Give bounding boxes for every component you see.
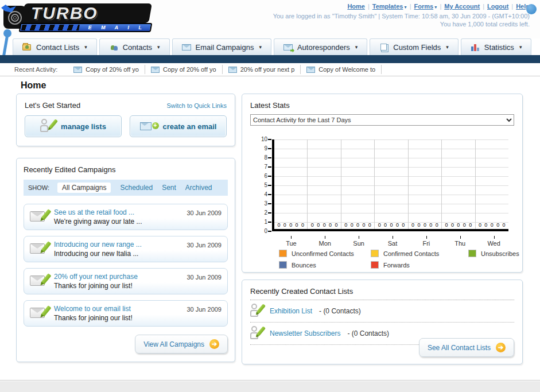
recent-activity-item[interactable]: Copy of Welcome to [301, 65, 382, 74]
chart-value: 0 [503, 222, 506, 228]
chart-value: 0 [311, 222, 314, 228]
main-nav-tabs: Contact Lists▾Contacts▾Email Campaigns▾A… [0, 38, 540, 55]
recent-activity-bar: Recent Activity: Copy of 20% off yoCopy … [0, 63, 540, 76]
recent-activity-item[interactable]: 20% off your next p [223, 65, 301, 74]
x-axis-label: Sun [342, 236, 376, 247]
main-content: Home Let's Get Started Switch to Quick L… [0, 76, 540, 381]
chart-value: 0 [417, 222, 420, 228]
top-link-my-account[interactable]: My Account [444, 3, 480, 10]
y-axis-label: 0 [252, 228, 267, 234]
y-axis-tick [268, 139, 271, 140]
tab-autoresponders[interactable]: Autoresponders▾ [274, 38, 367, 55]
see-all-contact-lists-button[interactable]: See All Contact Lists ➔ [419, 338, 514, 357]
chart-day-group: 00000 [274, 139, 308, 229]
page-title: Home [21, 80, 46, 91]
create-email-button[interactable]: + create an email [130, 115, 227, 137]
legend-label: Forwards [383, 262, 410, 269]
show-label: SHOW: [28, 184, 49, 191]
tab-label: Autoresponders [297, 43, 350, 52]
filter-all-campaigns[interactable]: All Campaigns [57, 183, 111, 193]
y-axis-label: 1 [252, 219, 267, 225]
contact-list-link[interactable]: Newsletter Subscribers [270, 329, 340, 337]
legend-label: Confirmed Contacts [383, 250, 439, 257]
top-nav-links: Home|Templates ▾|Forms ▾|My Account|Logo… [347, 3, 530, 10]
recent-activity-item[interactable]: Copy of 20% off yo [145, 65, 223, 74]
y-axis-tick [268, 203, 271, 204]
chart-value: 0 [469, 222, 472, 228]
recent-activity-item-label: Copy of 20% off yo [86, 66, 139, 73]
y-axis-label: 10 [252, 136, 267, 142]
top-link-logout[interactable]: Logout [487, 3, 508, 10]
envelope-icon [306, 67, 315, 73]
y-axis-label: 4 [252, 191, 267, 197]
filter-sent[interactable]: Sent [162, 184, 176, 192]
chart-value: 0 [484, 222, 487, 228]
tab-label: Email Campaigns [196, 43, 254, 52]
y-axis-tick [268, 185, 271, 186]
manage-lists-label: manage lists [61, 122, 106, 131]
arrow-right-icon: ➔ [209, 339, 219, 349]
chart-value: 0 [479, 222, 481, 228]
filter-archived[interactable]: Archived [185, 184, 212, 192]
turbo-email-logo: TURBO E M A I L [3, 2, 154, 34]
y-axis-label: 2 [252, 209, 267, 216]
chart-value: 0 [351, 222, 353, 228]
view-all-campaigns-button[interactable]: View All Campaigns ➔ [135, 335, 228, 354]
top-link-templates[interactable]: Templates [372, 3, 403, 10]
chevron-down-icon: ▾ [403, 5, 406, 10]
chart-plot-area: 00000000000000000000000000000000000 [272, 139, 508, 231]
get-started-title: Let's Get Started [25, 101, 80, 110]
chevron-down-icon: ▾ [84, 44, 87, 50]
chart-value: 0 [356, 222, 359, 228]
chart-value: 0 [496, 222, 499, 228]
tab-statistics[interactable]: Statistics▾ [461, 38, 532, 55]
contact-lists-panel-title: Recently Created Contact Lists [250, 287, 514, 300]
recent-activity-item[interactable]: Copy of 20% off yo [68, 65, 145, 74]
y-axis-label: 7 [252, 164, 267, 170]
contact-list-link[interactable]: Exhibition List [270, 307, 312, 315]
chevron-down-icon: ▾ [259, 44, 262, 50]
envelope-arrow-icon [283, 43, 293, 52]
campaigns-panel-title: Recently Edited Campaigns [24, 165, 228, 174]
y-axis-tick [268, 166, 271, 168]
campaign-row[interactable]: Introducing our new range ...Introducing… [24, 236, 228, 262]
switch-quick-links-link[interactable]: Switch to Quick Links [166, 102, 227, 109]
folder-user-icon [22, 43, 32, 52]
legend-item: Unconfirmed Contacts [279, 250, 371, 257]
y-axis-tick [268, 212, 271, 214]
chart-value: 0 [491, 222, 494, 228]
envelope-pencil-icon [30, 242, 47, 255]
filter-scheduled[interactable]: Scheduled [120, 184, 153, 192]
top-link-home[interactable]: Home [347, 3, 365, 10]
campaign-date: 30 Jun 2009 [187, 209, 222, 226]
campaign-title-link[interactable]: See us at the retail food ... [54, 208, 180, 216]
turbo-email-dashboard: { "header": { "logo_title": "TURBO", "lo… [0, 0, 540, 392]
chart-value: 0 [277, 222, 280, 228]
tab-contact-lists[interactable]: Contact Lists▾ [13, 38, 97, 55]
pages-icon [379, 43, 389, 52]
chart-value: 0 [451, 222, 454, 228]
logo-subtitle: E M A I L [88, 25, 146, 30]
chart-value: 0 [424, 222, 426, 228]
chart-value: 0 [396, 222, 399, 228]
chart-legend: Unconfirmed ContactsConfirmed ContactsUn… [279, 250, 540, 269]
campaign-title-link[interactable]: 20% off your next purchase [54, 273, 180, 281]
campaign-row[interactable]: Welcome to our email listThanks for join… [24, 300, 228, 327]
campaign-date: 30 Jun 2009 [187, 274, 222, 290]
tab-email-campaigns[interactable]: Email Campaigns▾ [172, 38, 271, 55]
campaign-title-link[interactable]: Welcome to our email list [54, 305, 180, 313]
campaign-row[interactable]: 20% off your next purchaseThanks for joi… [24, 268, 228, 294]
latest-stats-title: Latest Stats [250, 101, 514, 110]
tab-contacts[interactable]: Contacts▾ [99, 38, 170, 55]
campaign-title-link[interactable]: Introducing our new range ... [54, 240, 180, 249]
x-axis-label: Wed [477, 236, 511, 247]
top-link-forms[interactable]: Forms [414, 3, 434, 10]
contact-list-item[interactable]: Exhibition List - (0 Contacts) [250, 300, 514, 323]
tab-custom-fields[interactable]: Custom Fields▾ [370, 38, 459, 55]
logo-email-bar: E M A I L [19, 23, 153, 32]
chart-value: 0 [317, 222, 320, 228]
envelope-icon [151, 67, 160, 73]
campaign-row[interactable]: See us at the retail food ...We're givin… [24, 204, 228, 230]
stats-period-select[interactable]: Contact Activity for the Last 7 Days [250, 114, 514, 126]
manage-lists-button[interactable]: manage lists [25, 115, 122, 137]
